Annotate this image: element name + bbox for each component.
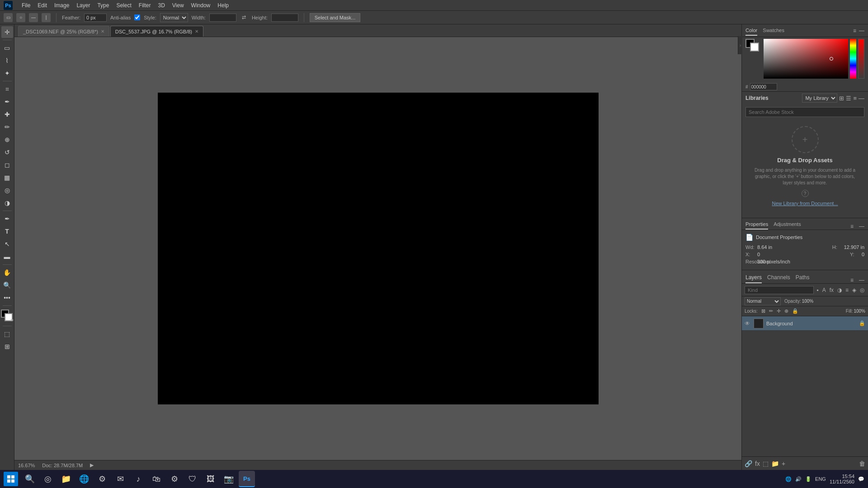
taskbar-file-explorer-icon[interactable]: 📁 [58, 471, 74, 487]
lock-pixels-icon[interactable]: ⊠ [761, 308, 765, 314]
tab-dsc1069[interactable]: _DSC1069.NEF @ 25% (RGB/8*) ✕ [18, 26, 109, 37]
taskbar-lang[interactable]: ENG [815, 476, 826, 482]
tab-swatches[interactable]: Swatches [763, 26, 784, 36]
opacity-value[interactable]: 100% [802, 299, 814, 304]
taskbar-norton-icon[interactable]: 🛡 [184, 471, 201, 487]
color-alpha-bar[interactable] [858, 39, 864, 79]
menu-edit[interactable]: Edit [38, 2, 47, 9]
taskbar-start-button[interactable] [4, 472, 18, 486]
lasso-tool[interactable]: ⌇ [1, 55, 13, 66]
style-select[interactable]: Normal [160, 13, 188, 22]
library-select[interactable]: My Library [802, 94, 837, 103]
tab-layers[interactable]: Layers [745, 272, 762, 283]
ellip-marquee-tool-icon[interactable]: ○ [16, 13, 25, 22]
pen-tool[interactable]: ✒ [1, 213, 13, 225]
add-style-icon[interactable]: fx [755, 460, 760, 467]
panel-collapse-btn[interactable]: › [738, 36, 742, 54]
taskbar-edge-icon[interactable]: 🌐 [76, 471, 92, 487]
canvas-content[interactable] [14, 37, 741, 460]
tab-dsc5537[interactable]: DSC_5537.JPG @ 16.7% (RGB/8) ✕ [110, 26, 203, 37]
taskbar-store-icon[interactable]: 🛍 [148, 471, 165, 487]
color-gradient-picker[interactable] [764, 39, 848, 79]
fill-value[interactable]: 100% [854, 309, 865, 314]
new-group-icon[interactable]: 📁 [771, 460, 779, 467]
filter-type-icon[interactable]: ▪ [816, 287, 819, 293]
tab-properties[interactable]: Properties [745, 220, 768, 230]
rect-marquee-tool-icon[interactable]: ▭ [4, 13, 13, 22]
add-mask-icon[interactable]: ⬚ [763, 460, 769, 467]
library-menu[interactable]: ≡ [853, 95, 857, 102]
library-help-icon[interactable]: ? [802, 190, 809, 197]
zoom-tool[interactable]: 🔍 [1, 279, 13, 291]
taskbar-volume-icon[interactable]: 🔊 [795, 476, 802, 482]
hand-tool[interactable]: ✋ [1, 267, 13, 278]
gradient-tool[interactable]: ▦ [1, 172, 13, 183]
eraser-tool[interactable]: ◻ [1, 159, 13, 171]
delete-layer-icon[interactable]: 🗑 [859, 460, 865, 467]
swap-wh-icon[interactable]: ⇄ [240, 14, 248, 22]
filter-attr-icon[interactable]: ≡ [844, 287, 849, 293]
menu-view[interactable]: View [172, 2, 184, 9]
eyedropper-tool[interactable]: ✒ [1, 96, 13, 108]
crop-tool[interactable]: ⌗ [1, 83, 13, 95]
taskbar-mail-icon[interactable]: ✉ [112, 471, 128, 487]
taskbar-battery-icon[interactable]: 🔋 [805, 476, 811, 482]
taskbar-cortana-icon[interactable]: ◎ [40, 471, 56, 487]
tab-adjustments[interactable]: Adjustments [774, 220, 801, 230]
library-collapse[interactable]: — [859, 95, 864, 102]
taskbar-network-icon[interactable]: 🌐 [785, 476, 792, 482]
menu-image[interactable]: Image [54, 2, 69, 9]
fg-bg-color-boxes[interactable] [745, 39, 760, 52]
width-input[interactable] [209, 14, 236, 22]
color-panel-collapse[interactable]: — [859, 28, 864, 34]
quick-select-tool[interactable]: ✦ [1, 67, 13, 79]
move-tool[interactable]: ✛ [1, 26, 13, 38]
blur-tool[interactable]: ◎ [1, 184, 13, 196]
healing-tool[interactable]: ✚ [1, 108, 13, 120]
tab-paths[interactable]: Paths [796, 272, 810, 283]
taskbar-chrome-icon[interactable]: ⚙ [94, 471, 110, 487]
blend-mode-select[interactable]: Normal [745, 297, 781, 305]
taskbar-clock[interactable]: 15:54 11/11/2560 [830, 474, 854, 484]
taskbar-music-icon[interactable]: ♪ [130, 471, 146, 487]
tab-color[interactable]: Color [745, 26, 757, 36]
library-list-view[interactable]: ☰ [846, 95, 851, 102]
filter-on-icon[interactable]: ◎ [859, 287, 865, 293]
taskbar-settings-icon[interactable]: ⚙ [166, 471, 183, 487]
select-mask-button[interactable]: Select and Mask... [310, 13, 361, 22]
marquee-tool[interactable]: ▭ [1, 42, 13, 54]
hex-input[interactable] [750, 83, 777, 90]
menu-window[interactable]: Window [191, 2, 211, 9]
library-new-link[interactable]: New Library from Document... [772, 201, 838, 206]
menu-help[interactable]: Help [217, 2, 229, 9]
tab-dsc1069-close[interactable]: ✕ [101, 29, 104, 34]
filter-mode-icon[interactable]: ◑ [836, 287, 843, 293]
layers-menu[interactable]: ≡ [850, 277, 854, 283]
layers-search-input[interactable] [745, 286, 814, 294]
taskbar-ps-icon[interactable]: Ps [239, 471, 255, 487]
fg-bg-color-selector[interactable]: ⇄ [1, 310, 14, 322]
lock-position-icon[interactable]: ✛ [777, 308, 781, 314]
color-spectrum-bar[interactable] [850, 39, 856, 79]
menu-select[interactable]: Select [116, 2, 131, 9]
library-search-input[interactable] [745, 107, 864, 117]
taskbar-photos-icon[interactable]: 🖼 [203, 471, 219, 487]
path-select-tool[interactable]: ↖ [1, 238, 13, 250]
properties-collapse[interactable]: — [859, 223, 864, 230]
lock-artboard-icon[interactable]: ⊕ [784, 308, 788, 314]
library-grid-view[interactable]: ⊞ [839, 95, 844, 102]
layer-row-background[interactable]: 👁 Background 🔒 [742, 316, 868, 331]
taskbar-search-icon[interactable]: 🔍 [22, 471, 38, 487]
tab-dsc5537-close[interactable]: ✕ [195, 29, 198, 34]
menu-filter[interactable]: Filter [139, 2, 151, 9]
filter-effect-icon[interactable]: fx [829, 287, 835, 293]
height-input[interactable] [271, 14, 298, 22]
bg-swatch[interactable] [750, 42, 759, 52]
tab-channels[interactable]: Channels [767, 272, 790, 283]
text-tool[interactable]: T [1, 225, 13, 237]
shape-tool[interactable]: ▬ [1, 251, 13, 263]
properties-menu[interactable]: ≡ [850, 223, 854, 230]
swap-colors-icon[interactable]: ⇄ [10, 318, 14, 322]
taskbar-camera-icon[interactable]: 📷 [221, 471, 237, 487]
feather-input[interactable] [84, 14, 107, 22]
